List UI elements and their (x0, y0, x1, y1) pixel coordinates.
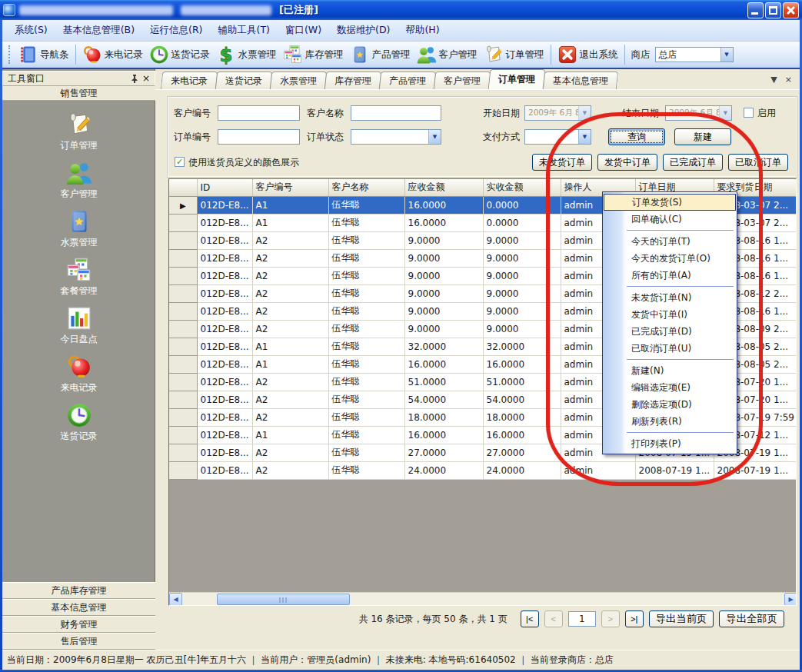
shop-select[interactable]: 总店 ▼ (655, 47, 734, 62)
context-menu-item[interactable]: 今天的发货订单(O) (604, 250, 736, 267)
menu-item[interactable]: 数据维护(D) (329, 21, 398, 40)
scroll-right-arrow-icon[interactable]: ▶ (784, 593, 797, 606)
context-menu-item[interactable] (604, 284, 736, 289)
row-selector-cell[interactable]: ▶ (169, 444, 197, 461)
tab[interactable]: 来电记录 (161, 72, 218, 89)
row-selector-cell[interactable]: ▶ (169, 249, 197, 267)
first-page-button[interactable]: |< (521, 610, 539, 627)
minimize-button[interactable] (747, 2, 764, 18)
toolbar-delivery-records-button[interactable]: 送货记录 (146, 43, 213, 66)
new-button[interactable]: 新建 (674, 128, 731, 145)
menu-item[interactable]: 窗口(W) (278, 21, 329, 40)
chevron-down-icon[interactable]: ▼ (428, 130, 441, 144)
context-menu-item[interactable] (604, 430, 736, 435)
horizontal-scrollbar[interactable]: ◀ ▶ (169, 592, 797, 605)
row-selector-cell[interactable]: ▶ (169, 196, 197, 214)
sidebar-item-call-records[interactable]: 来电记录 (33, 354, 125, 402)
toolbar-inventory-button[interactable]: 库存管理 (280, 43, 347, 66)
sidebar-item-delivery-records[interactable]: 送货记录 (33, 402, 125, 451)
context-menu-item[interactable]: 已取消订单(U) (604, 340, 736, 357)
context-menu-item[interactable]: 发货中订单(I) (604, 306, 736, 323)
sidebar-item-customer-mgmt[interactable]: 客户管理 (33, 160, 125, 208)
sidebar-section-bar[interactable]: 产品库存管理 (2, 582, 155, 599)
toolbar-customer-button[interactable]: 客户管理 (414, 43, 481, 66)
context-menu-item[interactable]: 刷新列表(R) (604, 413, 736, 430)
order-status-filter-button[interactable]: 未发货订单 (532, 154, 592, 171)
table-row[interactable]: ▶ 012D-E8... A2 伍华聪 24.0000 24.0000 admi… (169, 461, 797, 479)
order-status-filter-button[interactable]: 已取消订单 (728, 154, 788, 171)
sidebar-section-sales[interactable]: 销售管理 (2, 86, 155, 101)
menu-item[interactable]: 帮助(H) (398, 21, 447, 40)
tab[interactable]: 送货记录 (215, 72, 272, 89)
next-page-button[interactable]: > (601, 610, 620, 627)
row-selector-cell[interactable]: ▶ (169, 355, 197, 373)
enable-checkbox[interactable] (744, 108, 754, 118)
context-menu-item[interactable]: 新建(N) (604, 362, 736, 379)
color-display-checkbox[interactable]: ✓ (175, 157, 185, 167)
order-no-input[interactable] (218, 129, 300, 145)
toolbar-exit-button[interactable]: 退出系统 (554, 43, 621, 66)
row-selector-cell[interactable]: ▶ (169, 391, 197, 408)
sidebar-close-icon[interactable]: × (142, 73, 150, 84)
context-menu-item[interactable]: 订单发货(S) (604, 194, 736, 211)
tab[interactable]: 客户管理 (434, 72, 491, 89)
menu-item[interactable]: 辅助工具(T) (211, 21, 278, 40)
context-menu-item[interactable]: 所有的订单(A) (604, 267, 736, 284)
menu-item[interactable]: 系统(S) (7, 21, 55, 40)
tab[interactable]: 库存管理 (324, 72, 381, 89)
row-selector-cell[interactable]: ▶ (169, 214, 197, 231)
row-selector-cell[interactable]: ▶ (169, 426, 197, 444)
sidebar-item-today-check[interactable]: 今日盘点 (33, 305, 125, 354)
maximize-button[interactable] (765, 2, 781, 18)
tab[interactable]: 订单管理 (488, 69, 546, 89)
row-selector-cell[interactable]: ▶ (169, 461, 197, 479)
toolbar-grip[interactable] (8, 45, 12, 64)
sidebar-section-bar[interactable]: 财务管理 (2, 616, 155, 633)
chevron-down-icon[interactable]: ▼ (719, 106, 731, 120)
close-button[interactable] (783, 2, 799, 18)
col-header-id[interactable]: ID (197, 179, 252, 196)
export-current-page-button[interactable]: 导出当前页 (649, 610, 714, 627)
pay-method-select[interactable]: ▼ (524, 129, 591, 145)
row-selector-cell[interactable]: ▶ (169, 338, 197, 355)
sidebar-item-package-mgmt[interactable]: 套餐管理 (33, 257, 125, 305)
row-selector-cell[interactable]: ▶ (169, 320, 197, 338)
sidebar-section-bar[interactable]: 基本信息管理 (2, 599, 155, 616)
context-menu-item[interactable]: 打印列表(P) (604, 435, 736, 452)
tab-close-icon[interactable]: × (785, 75, 792, 85)
col-header-customer-no[interactable]: 客户编号 (252, 179, 328, 196)
customer-no-input[interactable] (218, 105, 300, 121)
tab[interactable]: 水票管理 (270, 72, 327, 89)
end-date-picker[interactable]: 2009年 6月 8日 ▼ (665, 105, 732, 121)
context-menu-item[interactable]: 未发货订单(N) (604, 289, 736, 306)
query-button[interactable]: 查询 (608, 128, 665, 145)
toolbar-navbar-button[interactable]: 导航条 (15, 43, 72, 66)
context-menu-item[interactable]: 今天的订单(T) (604, 233, 736, 250)
row-selector-cell[interactable]: ▶ (169, 267, 197, 284)
menu-item[interactable]: 运行信息(R) (142, 21, 210, 40)
context-menu-item[interactable]: 已完成订单(D) (604, 323, 736, 340)
last-page-button[interactable]: >| (625, 610, 644, 627)
sidebar-item-order-mgmt[interactable]: 订单管理 (33, 111, 125, 160)
col-header-customer-name[interactable]: 客户名称 (328, 179, 404, 196)
col-header-receivable[interactable]: 应收金额 (404, 179, 483, 196)
order-status-filter-button[interactable]: 已完成订单 (663, 154, 723, 171)
menu-item[interactable]: 基本信息管理(B) (55, 21, 142, 40)
order-status-select[interactable]: ▼ (351, 129, 441, 145)
context-menu-item[interactable]: 回单确认(C) (604, 211, 736, 228)
row-selector-cell[interactable]: ▶ (169, 284, 197, 302)
toolbar-water-ticket-button[interactable]: 水票管理 (213, 43, 280, 66)
col-header-received[interactable]: 实收金额 (483, 179, 561, 196)
row-selector-cell[interactable]: ▶ (169, 408, 197, 426)
export-all-pages-button[interactable]: 导出全部页 (719, 610, 784, 627)
sidebar-item-water-ticket[interactable]: 水票管理 (33, 208, 125, 257)
page-number-input[interactable]: 1 (568, 611, 596, 627)
context-menu-item[interactable] (604, 357, 736, 362)
context-menu-item[interactable] (604, 228, 736, 233)
prev-page-button[interactable]: < (544, 610, 563, 627)
chevron-down-icon[interactable]: ▼ (578, 130, 591, 144)
tab[interactable]: 基本信息管理 (543, 72, 618, 89)
chevron-down-icon[interactable]: ▼ (578, 106, 591, 120)
scrollbar-thumb[interactable] (217, 594, 350, 605)
scroll-left-arrow-icon[interactable]: ◀ (169, 593, 182, 606)
